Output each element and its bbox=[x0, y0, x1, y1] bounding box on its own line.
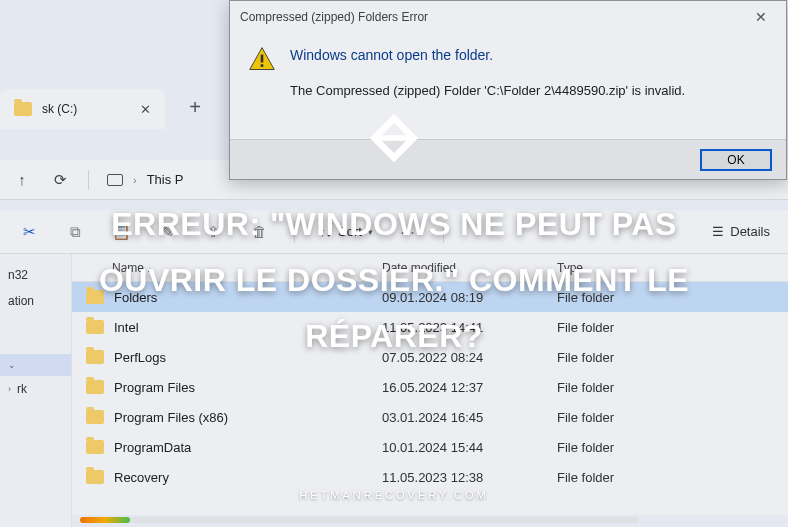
delete-icon[interactable]: 🗑 bbox=[248, 223, 270, 240]
file-type: File folder bbox=[557, 290, 788, 305]
file-date: 09.01.2024 08:19 bbox=[382, 290, 557, 305]
file-type: File folder bbox=[557, 320, 788, 335]
pc-icon bbox=[107, 174, 123, 186]
file-type: File folder bbox=[557, 410, 788, 425]
copy-icon[interactable]: ⧉ bbox=[64, 223, 86, 241]
details-label: Details bbox=[730, 224, 770, 239]
sort-icon: ↑↓ bbox=[319, 224, 332, 239]
breadcrumb-segment[interactable]: This P bbox=[147, 172, 184, 187]
sidebar-item[interactable]: ›rk bbox=[0, 376, 71, 402]
sort-button[interactable]: ↑↓ Sort ▾ bbox=[319, 224, 373, 239]
column-headers: Name Date modified Type bbox=[72, 254, 788, 282]
ok-button[interactable]: OK bbox=[700, 149, 772, 171]
file-name: Folders bbox=[114, 290, 157, 305]
dialog-message-secondary: The Compressed (zipped) Folder 'C:\Folde… bbox=[290, 83, 768, 98]
file-name: Intel bbox=[114, 320, 139, 335]
close-tab-icon[interactable]: ✕ bbox=[140, 102, 151, 117]
file-date: 07.05.2022 08:24 bbox=[382, 350, 557, 365]
folder-icon bbox=[86, 350, 104, 364]
file-date: 16.05.2024 12:37 bbox=[382, 380, 557, 395]
file-type: File folder bbox=[557, 440, 788, 455]
warning-icon bbox=[248, 45, 276, 73]
close-icon[interactable]: ✕ bbox=[746, 5, 776, 29]
table-row[interactable]: Folders09.01.2024 08:19File folder bbox=[72, 282, 788, 312]
table-row[interactable]: Program Files16.05.2024 12:37File folder bbox=[72, 372, 788, 402]
file-name: Program Files (x86) bbox=[114, 410, 228, 425]
dialog-body: Windows cannot open the folder. The Comp… bbox=[230, 33, 786, 108]
table-row[interactable]: PerfLogs07.05.2022 08:24File folder bbox=[72, 342, 788, 372]
breadcrumb[interactable]: › This P bbox=[107, 172, 184, 187]
scrollbar-thumb[interactable] bbox=[80, 517, 130, 523]
folder-icon bbox=[86, 440, 104, 454]
drive-icon bbox=[14, 102, 32, 116]
dialog-message-primary: Windows cannot open the folder. bbox=[290, 47, 768, 63]
dialog-titlebar: Compressed (zipped) Folders Error ✕ bbox=[230, 1, 786, 33]
rename-icon[interactable]: ✎ bbox=[156, 223, 178, 241]
paste-icon[interactable]: 📋 bbox=[110, 223, 132, 241]
folder-icon bbox=[86, 290, 104, 304]
table-row[interactable]: Program Files (x86)03.01.2024 16:45File … bbox=[72, 402, 788, 432]
chevron-icon: ⌄ bbox=[8, 360, 16, 370]
header-name[interactable]: Name bbox=[72, 261, 382, 275]
file-date: 03.01.2024 16:45 bbox=[382, 410, 557, 425]
divider bbox=[88, 170, 89, 190]
file-name: Recovery bbox=[114, 470, 169, 485]
file-date: 11.05.2023 14:41 bbox=[382, 320, 557, 335]
header-date[interactable]: Date modified bbox=[382, 261, 557, 275]
toolbar: ✂ ⧉ 📋 ✎ ⇪ 🗑 ↑↓ Sort ▾ ⋯ ☰ Details bbox=[0, 210, 788, 254]
sidebar-item[interactable]: ⌄ bbox=[0, 354, 71, 376]
table-row[interactable]: ProgramData10.01.2024 15:44File folder bbox=[72, 432, 788, 462]
file-name: ProgramData bbox=[114, 440, 191, 455]
file-type: File folder bbox=[557, 470, 788, 485]
details-button[interactable]: ☰ Details bbox=[712, 224, 770, 239]
new-tab-button[interactable]: + bbox=[181, 93, 209, 121]
sidebar: n32 ation ⌄ ›rk bbox=[0, 254, 72, 527]
explorer-tab[interactable]: sk (C:) ✕ bbox=[0, 89, 165, 129]
sidebar-item[interactable]: n32 bbox=[0, 262, 71, 288]
share-icon[interactable]: ⇪ bbox=[202, 223, 224, 241]
up-icon[interactable]: ↑ bbox=[12, 171, 32, 188]
error-dialog: Compressed (zipped) Folders Error ✕ Wind… bbox=[229, 0, 787, 180]
tab-label: sk (C:) bbox=[42, 102, 130, 116]
cut-icon[interactable]: ✂ bbox=[18, 223, 40, 241]
table-row[interactable]: Intel11.05.2023 14:41File folder bbox=[72, 312, 788, 342]
folder-icon bbox=[86, 410, 104, 424]
file-type: File folder bbox=[557, 350, 788, 365]
separator bbox=[443, 221, 444, 243]
folder-icon bbox=[86, 380, 104, 394]
file-date: 10.01.2024 15:44 bbox=[382, 440, 557, 455]
sidebar-item[interactable]: ation bbox=[0, 288, 71, 314]
file-name: Program Files bbox=[114, 380, 195, 395]
more-icon[interactable]: ⋯ bbox=[397, 223, 419, 241]
refresh-icon[interactable]: ⟳ bbox=[50, 171, 70, 189]
chevron-down-icon: ▾ bbox=[368, 227, 373, 237]
chevron-right-icon: › bbox=[133, 174, 137, 186]
file-list: Folders09.01.2024 08:19File folderIntel1… bbox=[72, 282, 788, 515]
file-date: 11.05.2023 12:38 bbox=[382, 470, 557, 485]
header-type[interactable]: Type bbox=[557, 261, 788, 275]
separator bbox=[294, 221, 295, 243]
svg-rect-1 bbox=[261, 64, 264, 67]
chevron-right-icon: › bbox=[8, 384, 11, 394]
file-name: PerfLogs bbox=[114, 350, 166, 365]
dialog-title: Compressed (zipped) Folders Error bbox=[240, 10, 428, 24]
table-row[interactable]: Recovery11.05.2023 12:38File folder bbox=[72, 462, 788, 492]
sort-label: Sort bbox=[338, 224, 362, 239]
details-icon: ☰ bbox=[712, 224, 724, 239]
folder-icon bbox=[86, 320, 104, 334]
folder-icon bbox=[86, 470, 104, 484]
dialog-footer: OK bbox=[230, 139, 786, 179]
horizontal-scrollbar[interactable] bbox=[80, 517, 638, 523]
file-type: File folder bbox=[557, 380, 788, 395]
svg-rect-0 bbox=[261, 55, 264, 63]
